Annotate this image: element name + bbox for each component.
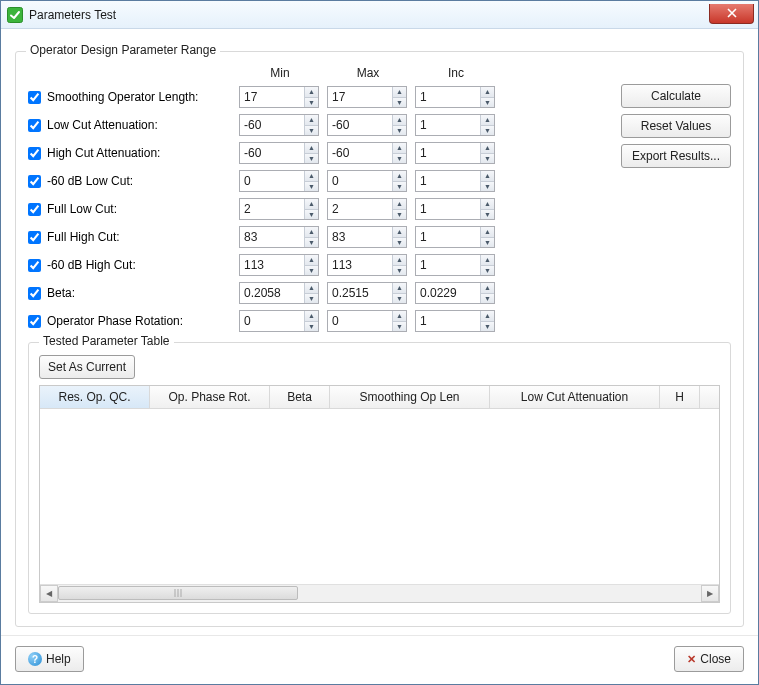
param-3-min-down[interactable]: ▼ bbox=[305, 182, 318, 192]
param-5-min-input[interactable] bbox=[240, 227, 304, 247]
param-7-max[interactable]: ▲▼ bbox=[327, 282, 407, 304]
param-4-min-input[interactable] bbox=[240, 199, 304, 219]
param-2-inc-up[interactable]: ▲ bbox=[481, 143, 494, 154]
param-7-min-input[interactable] bbox=[240, 283, 304, 303]
param-checkbox-6[interactable] bbox=[28, 259, 41, 272]
param-6-inc-input[interactable] bbox=[416, 255, 480, 275]
param-1-inc-input[interactable] bbox=[416, 115, 480, 135]
param-7-min[interactable]: ▲▼ bbox=[239, 282, 319, 304]
param-2-min-down[interactable]: ▼ bbox=[305, 154, 318, 164]
param-1-min-input[interactable] bbox=[240, 115, 304, 135]
param-7-min-down[interactable]: ▼ bbox=[305, 294, 318, 304]
param-3-min-input[interactable] bbox=[240, 171, 304, 191]
param-3-max-down[interactable]: ▼ bbox=[393, 182, 406, 192]
param-2-min-input[interactable] bbox=[240, 143, 304, 163]
scroll-track[interactable] bbox=[58, 585, 701, 602]
param-6-min-down[interactable]: ▼ bbox=[305, 266, 318, 276]
param-2-min[interactable]: ▲▼ bbox=[239, 142, 319, 164]
scroll-right-arrow[interactable]: ▶ bbox=[701, 585, 719, 602]
param-0-max-down[interactable]: ▼ bbox=[393, 98, 406, 108]
param-1-max-input[interactable] bbox=[328, 115, 392, 135]
table-column-header[interactable]: Low Cut Attenuation bbox=[490, 386, 660, 408]
param-4-inc-input[interactable] bbox=[416, 199, 480, 219]
param-1-min[interactable]: ▲▼ bbox=[239, 114, 319, 136]
param-3-inc[interactable]: ▲▼ bbox=[415, 170, 495, 192]
param-4-max-down[interactable]: ▼ bbox=[393, 210, 406, 220]
param-2-max[interactable]: ▲▼ bbox=[327, 142, 407, 164]
param-8-min[interactable]: ▲▼ bbox=[239, 310, 319, 332]
param-2-min-up[interactable]: ▲ bbox=[305, 143, 318, 154]
param-5-max[interactable]: ▲▼ bbox=[327, 226, 407, 248]
param-checkbox-7[interactable] bbox=[28, 287, 41, 300]
param-8-max-input[interactable] bbox=[328, 311, 392, 331]
param-8-max[interactable]: ▲▼ bbox=[327, 310, 407, 332]
table-column-header[interactable]: Smoothing Op Len bbox=[330, 386, 490, 408]
param-3-inc-down[interactable]: ▼ bbox=[481, 182, 494, 192]
param-4-inc-up[interactable]: ▲ bbox=[481, 199, 494, 210]
param-3-max-up[interactable]: ▲ bbox=[393, 171, 406, 182]
param-2-inc-down[interactable]: ▼ bbox=[481, 154, 494, 164]
param-1-max-down[interactable]: ▼ bbox=[393, 126, 406, 136]
param-2-max-up[interactable]: ▲ bbox=[393, 143, 406, 154]
param-checkbox-0[interactable] bbox=[28, 91, 41, 104]
param-6-max-down[interactable]: ▼ bbox=[393, 266, 406, 276]
help-button[interactable]: ? Help bbox=[15, 646, 84, 672]
param-8-max-up[interactable]: ▲ bbox=[393, 311, 406, 322]
table-column-header[interactable]: Op. Phase Rot. bbox=[150, 386, 270, 408]
reset-values-button[interactable]: Reset Values bbox=[621, 114, 731, 138]
param-1-inc[interactable]: ▲▼ bbox=[415, 114, 495, 136]
param-3-max-input[interactable] bbox=[328, 171, 392, 191]
param-3-min-up[interactable]: ▲ bbox=[305, 171, 318, 182]
param-7-max-input[interactable] bbox=[328, 283, 392, 303]
param-5-inc-input[interactable] bbox=[416, 227, 480, 247]
param-4-max[interactable]: ▲▼ bbox=[327, 198, 407, 220]
calculate-button[interactable]: Calculate bbox=[621, 84, 731, 108]
param-0-max-up[interactable]: ▲ bbox=[393, 87, 406, 98]
param-6-inc-down[interactable]: ▼ bbox=[481, 266, 494, 276]
param-8-inc-down[interactable]: ▼ bbox=[481, 322, 494, 332]
param-8-inc-input[interactable] bbox=[416, 311, 480, 331]
param-3-min[interactable]: ▲▼ bbox=[239, 170, 319, 192]
param-8-max-down[interactable]: ▼ bbox=[393, 322, 406, 332]
param-1-inc-down[interactable]: ▼ bbox=[481, 126, 494, 136]
param-0-min[interactable]: ▲▼ bbox=[239, 86, 319, 108]
param-5-max-input[interactable] bbox=[328, 227, 392, 247]
param-3-inc-up[interactable]: ▲ bbox=[481, 171, 494, 182]
param-5-inc-down[interactable]: ▼ bbox=[481, 238, 494, 248]
param-0-min-up[interactable]: ▲ bbox=[305, 87, 318, 98]
param-checkbox-8[interactable] bbox=[28, 315, 41, 328]
param-7-max-down[interactable]: ▼ bbox=[393, 294, 406, 304]
param-7-inc-down[interactable]: ▼ bbox=[481, 294, 494, 304]
param-7-inc[interactable]: ▲▼ bbox=[415, 282, 495, 304]
param-0-inc[interactable]: ▲▼ bbox=[415, 86, 495, 108]
param-3-max[interactable]: ▲▼ bbox=[327, 170, 407, 192]
table-column-header[interactable]: Beta bbox=[270, 386, 330, 408]
table-column-header[interactable]: H bbox=[660, 386, 700, 408]
param-0-min-down[interactable]: ▼ bbox=[305, 98, 318, 108]
param-1-inc-up[interactable]: ▲ bbox=[481, 115, 494, 126]
param-checkbox-2[interactable] bbox=[28, 147, 41, 160]
param-5-max-up[interactable]: ▲ bbox=[393, 227, 406, 238]
export-results-button[interactable]: Export Results... bbox=[621, 144, 731, 168]
param-4-inc[interactable]: ▲▼ bbox=[415, 198, 495, 220]
horizontal-scrollbar[interactable]: ◀ ▶ bbox=[40, 584, 719, 602]
param-4-inc-down[interactable]: ▼ bbox=[481, 210, 494, 220]
param-6-max-up[interactable]: ▲ bbox=[393, 255, 406, 266]
window-close-button[interactable] bbox=[709, 4, 754, 24]
param-0-max[interactable]: ▲▼ bbox=[327, 86, 407, 108]
param-1-min-up[interactable]: ▲ bbox=[305, 115, 318, 126]
param-7-inc-input[interactable] bbox=[416, 283, 480, 303]
param-4-max-up[interactable]: ▲ bbox=[393, 199, 406, 210]
param-5-min-down[interactable]: ▼ bbox=[305, 238, 318, 248]
param-4-max-input[interactable] bbox=[328, 199, 392, 219]
param-0-max-input[interactable] bbox=[328, 87, 392, 107]
param-2-max-input[interactable] bbox=[328, 143, 392, 163]
param-6-min-input[interactable] bbox=[240, 255, 304, 275]
param-0-min-input[interactable] bbox=[240, 87, 304, 107]
param-6-max-input[interactable] bbox=[328, 255, 392, 275]
param-6-inc[interactable]: ▲▼ bbox=[415, 254, 495, 276]
param-5-inc[interactable]: ▲▼ bbox=[415, 226, 495, 248]
param-6-inc-up[interactable]: ▲ bbox=[481, 255, 494, 266]
param-8-min-down[interactable]: ▼ bbox=[305, 322, 318, 332]
param-2-inc[interactable]: ▲▼ bbox=[415, 142, 495, 164]
